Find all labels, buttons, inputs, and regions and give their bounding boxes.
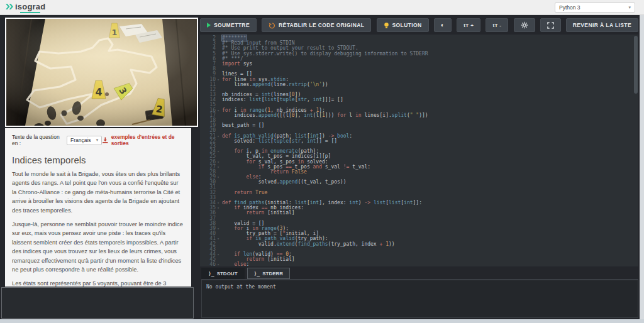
- line-number: 5: [200, 52, 221, 57]
- fold-icon[interactable]: ▾: [216, 134, 221, 139]
- fold-icon[interactable]: [216, 92, 221, 97]
- code-editor[interactable]: 2#*******3#* Read input from STDIN4#* Us…: [200, 35, 638, 266]
- custom-input-area[interactable]: [1, 287, 194, 319]
- fold-icon[interactable]: [216, 231, 221, 236]
- fold-icon[interactable]: ▾: [216, 226, 221, 231]
- code-line[interactable]: 6#* ***/: [200, 57, 638, 62]
- logo-underline: [20, 12, 40, 13]
- fold-icon[interactable]: ▾: [216, 252, 221, 257]
- reset-code-button[interactable]: RÉTABLIR LE CODE ORIGINAL: [262, 18, 371, 32]
- question-paragraph: Les états sont représentés par 5 voyants…: [12, 279, 184, 287]
- fold-icon[interactable]: ▾: [216, 262, 221, 266]
- fold-icon[interactable]: [216, 41, 221, 46]
- fullscreen-button[interactable]: [540, 18, 561, 32]
- fold-icon[interactable]: [216, 72, 221, 77]
- line-number: 7: [200, 62, 221, 67]
- fold-icon[interactable]: [216, 185, 221, 190]
- code-line[interactable]: 19best_path = []: [200, 123, 638, 128]
- isograd-logo: isograd: [5, 2, 45, 11]
- fold-icon[interactable]: [216, 216, 221, 221]
- fold-icon[interactable]: ▾: [216, 160, 221, 165]
- fold-icon[interactable]: [216, 118, 221, 123]
- editor-scrollbar[interactable]: [634, 36, 638, 265]
- logo-text: isograd: [15, 2, 45, 11]
- code-line[interactable]: 45 return [initial]: [200, 257, 638, 262]
- fold-icon[interactable]: ▾: [216, 236, 221, 241]
- fold-icon[interactable]: [216, 180, 221, 185]
- fold-icon[interactable]: [216, 242, 221, 247]
- fold-icon[interactable]: ▾: [216, 165, 221, 170]
- code-line[interactable]: 17 indices.append([(l[0], int(l[1])) for…: [200, 113, 638, 118]
- code-line[interactable]: 28 return False: [200, 170, 638, 175]
- code-lines[interactable]: 2#*******3#* Read input from STDIN4#* Us…: [200, 36, 638, 266]
- contrast-theme-button[interactable]: ◐: [434, 18, 452, 32]
- examples-download-link[interactable]: exemples d'entrées et de sorties: [102, 134, 184, 146]
- code-line[interactable]: 42 valid.extend(find_paths(try_path, ind…: [200, 242, 638, 247]
- code-line[interactable]: 37: [200, 216, 638, 221]
- line-number: 8: [200, 67, 221, 72]
- font-increase-button[interactable]: tT +: [457, 18, 480, 32]
- font-decrease-button[interactable]: tT -: [486, 18, 508, 32]
- fold-icon[interactable]: [216, 52, 221, 57]
- fold-icon[interactable]: [216, 144, 221, 149]
- code-line[interactable]: 11 lines.append(line.rstrip('\n')): [200, 82, 638, 87]
- code-line[interactable]: 5#* Use sys.stderr.write() to display de…: [200, 52, 638, 57]
- fold-icon[interactable]: [216, 67, 221, 72]
- fold-icon[interactable]: [216, 87, 221, 92]
- fold-icon[interactable]: [216, 36, 221, 41]
- question-language-select[interactable]: Français ▾: [67, 136, 102, 145]
- fold-icon[interactable]: [216, 211, 221, 216]
- code-line[interactable]: 30 solved.append((t_val, t_pos)): [200, 180, 638, 185]
- settings-button[interactable]: [514, 18, 535, 32]
- fold-icon[interactable]: [216, 62, 221, 67]
- line-number: 46▾: [200, 262, 221, 266]
- fold-icon[interactable]: [216, 97, 221, 102]
- examples-link-label: exemples d'entrées et de sorties: [111, 134, 184, 146]
- code-line[interactable]: 22 solved: list[tuple[str, int]] = []: [200, 139, 638, 144]
- code-line[interactable]: 14indices: list[list[tuple[str, int]]]= …: [200, 97, 638, 102]
- code-line[interactable]: 46▾ else:: [200, 262, 638, 266]
- fold-icon[interactable]: [216, 113, 221, 118]
- fold-icon[interactable]: [216, 190, 221, 195]
- code-line[interactable]: 7import sys: [200, 62, 638, 67]
- fold-icon[interactable]: ▾: [216, 175, 221, 180]
- fold-icon[interactable]: [216, 170, 221, 175]
- fold-icon[interactable]: ▾: [216, 149, 221, 154]
- fold-icon[interactable]: [216, 257, 221, 262]
- fold-icon[interactable]: ▾: [216, 200, 221, 205]
- fold-icon[interactable]: [216, 123, 221, 128]
- solution-button[interactable]: SOLUTION: [377, 18, 429, 32]
- fold-icon[interactable]: [216, 195, 221, 200]
- code-line[interactable]: 18: [200, 118, 638, 123]
- code-line[interactable]: 36 return [initial]: [200, 211, 638, 216]
- language-runtime-select[interactable]: Python 3 ▾: [555, 3, 635, 13]
- fold-icon[interactable]: [216, 46, 221, 51]
- fold-icon[interactable]: ▾: [216, 205, 221, 211]
- fold-icon[interactable]: ▾: [216, 77, 221, 82]
- fold-icon[interactable]: [216, 128, 221, 133]
- fold-icon[interactable]: [216, 82, 221, 87]
- main-area: 1 4 3 2 Texte de la question en : França…: [0, 15, 640, 319]
- fold-icon[interactable]: [216, 102, 221, 107]
- code-line[interactable]: 8: [200, 67, 638, 72]
- fold-icon[interactable]: [216, 221, 221, 226]
- fold-icon[interactable]: [216, 247, 221, 252]
- fold-icon[interactable]: [216, 57, 221, 62]
- play-icon: [207, 23, 211, 28]
- question-language-label: Texte de la question en :: [12, 134, 64, 146]
- editor-scrollbar-thumb[interactable]: [634, 36, 638, 94]
- lightbulb-icon: [384, 22, 389, 29]
- fold-icon[interactable]: [216, 154, 221, 159]
- line-number: 3: [200, 41, 221, 46]
- console-output[interactable]: No output at the moment: [201, 280, 638, 318]
- back-to-list-button[interactable]: REVENIR À LA LISTE: [566, 18, 638, 32]
- font-decrease-icon: tT -: [492, 23, 501, 28]
- fold-icon[interactable]: ▾: [216, 108, 221, 113]
- question-language-value: Français: [70, 137, 91, 143]
- line-number: 4: [200, 46, 221, 51]
- fold-icon[interactable]: [216, 139, 221, 144]
- tab-stdout[interactable]: ⟩_ STDOUT: [201, 268, 245, 279]
- submit-button[interactable]: SOUMETTRE: [200, 18, 257, 32]
- code-line[interactable]: 32 return True: [200, 190, 638, 195]
- tab-stderr[interactable]: ⟩_ STDERR: [247, 268, 291, 279]
